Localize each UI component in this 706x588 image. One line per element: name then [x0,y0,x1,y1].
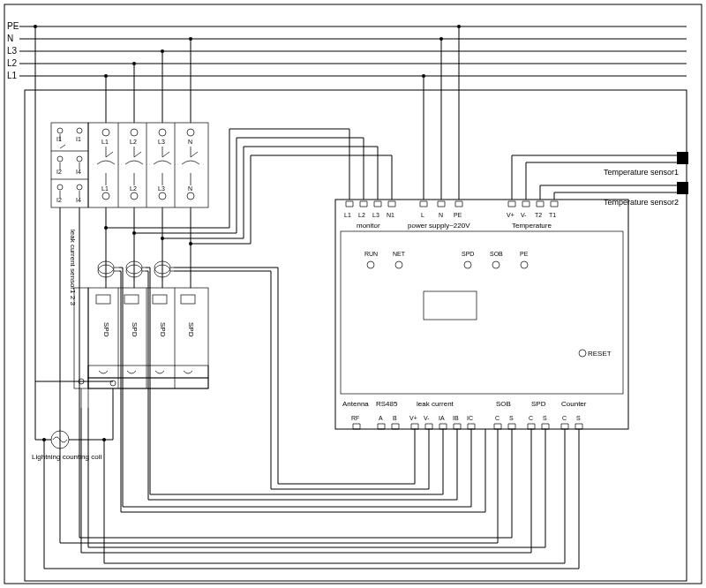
group-counter-label: Counter [561,400,587,408]
term-vm-label: V- [521,212,527,218]
aux-i2b-label: I2 [56,197,62,203]
term-c3-label: C [562,415,567,421]
group-monitor-label: monitor [357,222,380,230]
svg-point-12 [189,37,192,41]
term-l1-label: L1 [344,212,351,218]
busbar-pe-label: PE [7,21,19,31]
term-vp-label: V+ [507,212,514,218]
spd2-label: SPD [131,322,139,337]
svg-point-74 [104,226,108,230]
monitor-feed-wires [104,129,392,245]
term-pe-label: PE [454,212,462,218]
aux-i1b-label: I1 [76,136,81,142]
svg-point-31 [159,129,166,136]
svg-point-75 [132,231,136,235]
term-c2-label: C [529,415,533,421]
svg-point-23 [57,185,63,190]
led-pe-label: PE [520,251,529,257]
svg-point-81 [102,438,106,441]
group-power-label: power supply~220V [408,222,470,230]
wiring-diagram: .ln{stroke:#000;stroke-width:1;fill:none… [0,0,706,588]
term-bvp-label: V+ [409,415,417,421]
term-s3-label: S [576,415,581,421]
svg-point-30 [131,129,138,136]
breaker-feed-wires [104,37,192,123]
led-run-label: RUN [364,251,378,257]
temp-sensor1-icon [677,152,688,164]
group-temp-label: Temperature [512,222,552,230]
svg-point-78 [422,74,425,78]
term-b-label: B [393,415,397,421]
term-ib-label: IB [453,415,459,421]
term-c1-label: C [495,415,499,421]
leak-sensor-label: leak current sensor1 2 3 [69,230,77,305]
breaker-bot-n-label: N [188,185,192,192]
svg-rect-67 [335,200,628,429]
svg-point-20 [77,128,82,133]
breaker-top-n-label: N [188,139,192,145]
svg-point-29 [102,129,109,136]
svg-point-69 [367,261,374,268]
svg-point-79 [439,37,443,41]
svg-point-73 [521,261,528,268]
term-l2-label: L2 [358,212,365,218]
group-antenna-label: Antenna [342,400,369,408]
svg-point-35 [159,192,166,200]
panel-frame [25,90,687,581]
term-s1-label: S [509,415,514,421]
term-n-label: N [439,212,443,218]
aux-i2a-label: I2 [56,169,62,175]
breaker-top-l3-label: L3 [158,139,165,145]
aux-i4b-label: I4 [76,197,81,203]
svg-rect-55 [153,295,167,304]
aux-i1a-label: I1 [56,136,62,142]
group-rs485-label: RS485 [376,400,398,408]
svg-rect-53 [96,295,110,304]
term-bvm-label: V- [424,415,430,421]
spd-aux-wires [81,408,545,553]
busbar-n-label: N [7,34,13,43]
diagram-frame [4,4,702,584]
breaker-top-l2-label: L2 [130,139,137,145]
svg-point-21 [57,156,63,162]
svg-point-77 [189,242,192,245]
sob-wires [60,207,512,543]
svg-point-14 [34,25,37,28]
svg-point-76 [161,237,164,240]
svg-point-36 [187,192,194,200]
term-t2-label: T2 [535,212,542,218]
svg-point-19 [57,128,63,133]
temp-sensor1-label: Temperature sensor1 [604,168,679,177]
busbar-l2-label: L2 [7,58,18,68]
breaker-bot-l3-label: L3 [158,185,165,192]
busbars: PE N L3 L2 L1 [7,21,687,80]
term-a-label: A [379,415,383,421]
svg-point-6 [104,74,108,78]
main-breaker: L1 L2 L3 N L1 L2 L3 N [88,123,208,207]
term-l-label: L [421,212,424,218]
aux-contact-block: I1 I1 I2 I4 I2 I4 [51,123,88,207]
spd-aux-block [74,288,88,408]
svg-point-24 [77,185,82,190]
svg-rect-56 [181,295,195,304]
svg-point-22 [77,156,82,162]
pe-wire [34,25,113,381]
led-spd-label: SPD [462,251,474,257]
breaker-bot-l2-label: L2 [130,185,137,192]
leak-current-wires [119,268,485,512]
temperature-sensors: Temperature sensor1 Temperature sensor2 [512,152,688,207]
aux-i4a-label: I4 [76,169,81,175]
reset-label: RESET [588,350,612,358]
group-spd-label: SPD [531,400,546,408]
term-s2-label: S [543,415,547,421]
term-rf-label: RF [351,415,359,421]
group-leak-label: leak current [417,400,454,408]
busbar-l3-label: L3 [7,46,18,56]
busbar-l1-label: L1 [7,71,18,80]
svg-point-33 [102,192,109,200]
term-l3-label: L3 [372,212,379,218]
spd1-label: SPD [102,322,110,337]
breaker-top-l1-label: L1 [101,139,109,145]
reset-button-icon [579,350,586,357]
svg-rect-25 [88,123,208,207]
